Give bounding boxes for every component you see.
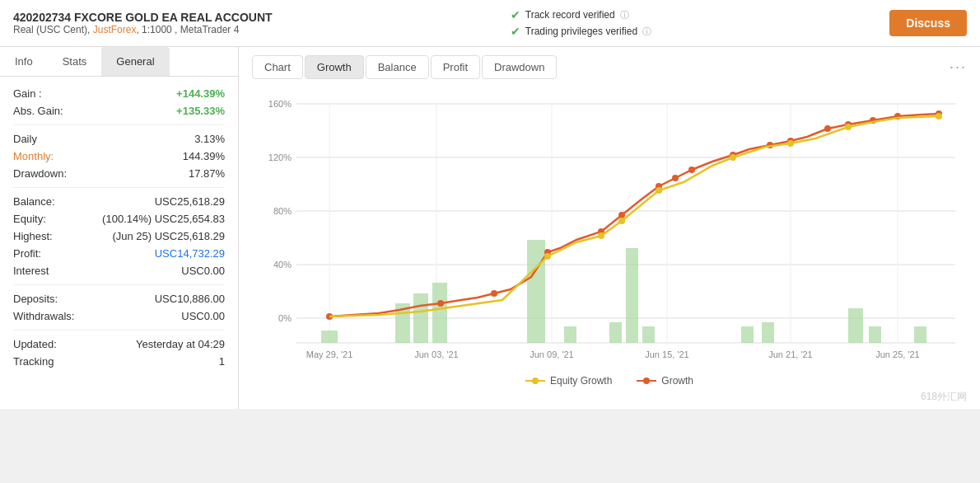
chart-tabs-row: Chart Growth Balance Profit Drawdown ··· [252,55,967,79]
svg-rect-27 [527,240,545,343]
gain-value: +144.39% [176,87,225,100]
stats-section: Gain : +144.39% Abs. Gain: +135.33% Dail… [0,77,238,378]
svg-rect-26 [432,283,447,343]
svg-text:0%: 0% [278,313,292,323]
profit-value: USC14,732.29 [155,247,225,260]
chart-tabs: Chart Growth Balance Profit Drawdown [252,55,557,79]
discuss-button[interactable]: Discuss [889,10,967,36]
trading-privileges-verify: ✔ Trading privileges verified ⓘ [511,25,651,38]
chart-legend: Equity Growth Growth [252,375,967,387]
svg-point-63 [532,377,539,384]
abs-gain-label: Abs. Gain: [13,105,63,117]
check-icon-1: ✔ [511,8,520,21]
more-options-button[interactable]: ··· [950,59,967,76]
svg-rect-31 [642,326,655,343]
monthly-row: Monthly: 144.39% [13,148,225,165]
interest-value: USC0.00 [181,265,225,277]
withdrawals-label: Withdrawals: [13,310,74,322]
svg-rect-33 [762,322,774,343]
svg-point-45 [688,166,695,173]
svg-rect-29 [609,322,622,343]
svg-point-58 [730,154,736,161]
equity-growth-legend: Equity Growth [525,375,612,387]
withdrawals-value: USC0.00 [181,310,225,322]
svg-point-65 [643,377,650,384]
svg-text:Jun 15, '21: Jun 15, '21 [645,349,688,359]
tab-general[interactable]: General [101,47,169,76]
svg-text:Jun 03, '21: Jun 03, '21 [414,349,458,359]
balance-label: Balance: [13,195,55,208]
tab-stats[interactable]: Stats [48,47,102,76]
svg-text:120%: 120% [268,152,292,162]
balance-value: USC25,618.29 [155,195,225,208]
deposits-value: USC10,886.00 [155,293,225,305]
monthly-value: 144.39% [183,150,225,162]
account-info: 420202734 FXCORE GOLD EA REAL ACCOUNT Re… [13,11,273,35]
chart-tab-chart[interactable]: Chart [252,55,303,79]
chart-tab-growth[interactable]: Growth [305,55,364,79]
svg-point-42 [618,212,625,218]
equity-row: Equity: (100.14%) USC25,654.83 [13,210,225,227]
balance-row: Balance: USC25,618.29 [13,193,225,210]
equity-legend-icon [525,376,545,386]
info-icon-1[interactable]: ⓘ [620,9,629,21]
svg-rect-34 [848,308,863,343]
tab-info[interactable]: Info [0,47,48,76]
chart-tab-drawdown[interactable]: Drawdown [482,55,557,79]
tracking-label: Tracking [13,355,54,368]
svg-point-38 [437,300,444,307]
interest-label: Interest [13,265,49,277]
chart-tab-balance[interactable]: Balance [366,55,429,79]
growth-legend: Growth [637,375,693,387]
svg-point-55 [598,232,604,239]
gain-row: Gain : +144.39% [13,85,225,102]
updated-row: Updated: Yesterday at 04:29 [13,335,225,353]
drawdown-value: 17.87% [189,167,225,180]
track-record-verify: ✔ Track record verified ⓘ [511,8,651,21]
profit-label: Profit: [13,247,41,260]
equity-value: (100.14%) USC25,654.83 [102,213,225,225]
equity-growth-label: Equity Growth [550,375,612,387]
equity-label: Equity: [13,213,46,225]
header: 420202734 FXCORE GOLD EA REAL ACCOUNT Re… [0,0,980,47]
profit-row: Profit: USC14,732.29 [13,245,225,262]
svg-point-39 [491,290,497,297]
page-container: 420202734 FXCORE GOLD EA REAL ACCOUNT Re… [0,0,980,409]
chart-area: 160% 120% 80% 40% 0% May 29, '21 Jun 03,… [252,87,967,401]
svg-point-57 [656,187,662,194]
chart-tab-profit[interactable]: Profit [431,55,480,79]
main-content: Info Stats General Gain : +144.39% Abs. … [0,47,980,409]
svg-point-59 [787,140,794,147]
svg-text:40%: 40% [273,260,292,270]
svg-point-49 [824,125,831,132]
interest-row: Interest USC0.00 [13,262,225,279]
monthly-label: Monthly: [13,150,54,162]
updated-label: Updated: [13,338,57,350]
svg-text:160%: 160% [268,99,292,109]
svg-text:Jun 21, '21: Jun 21, '21 [768,349,812,359]
highest-row: Highest: (Jun 25) USC25,618.29 [13,227,225,245]
deposits-label: Deposits: [13,293,58,305]
left-tabs: Info Stats General [0,47,238,77]
tracking-row: Tracking 1 [13,353,225,370]
highest-value: (Jun 25) USC25,618.29 [112,230,225,242]
updated-value: Yesterday at 04:29 [136,338,225,350]
right-panel: Chart Growth Balance Profit Drawdown ··· [239,47,980,409]
abs-gain-value: +135.33% [176,105,225,117]
gain-label: Gain : [13,87,42,100]
trading-privileges-label: Trading privileges verified [525,26,637,37]
tracking-value: 1 [219,355,225,368]
svg-rect-23 [321,331,338,343]
account-name: 420202734 FXCORE GOLD EA REAL ACCOUNT [13,11,273,24]
svg-point-54 [544,253,551,260]
left-panel: Info Stats General Gain : +144.39% Abs. … [0,47,239,409]
daily-row: Daily 3.13% [13,130,225,148]
svg-text:80%: 80% [273,206,292,216]
info-icon-2[interactable]: ⓘ [642,26,651,38]
svg-rect-25 [413,293,428,343]
track-record-label: Track record verified [525,9,615,21]
drawdown-row: Drawdown: 17.87% [13,165,225,182]
broker-link[interactable]: JustForex [93,24,137,35]
svg-point-56 [618,218,625,224]
growth-chart: 160% 120% 80% 40% 0% May 29, '21 Jun 03,… [252,87,967,368]
